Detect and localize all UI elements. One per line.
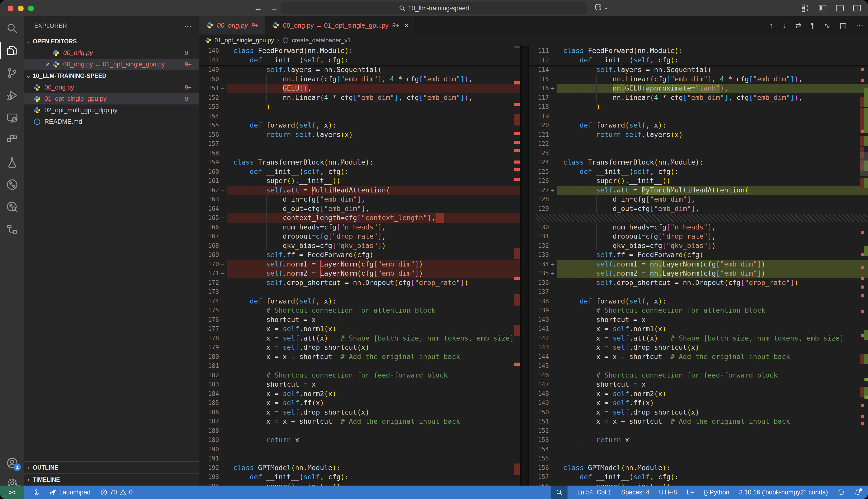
code-row[interactable]: 153 return x <box>529 435 868 445</box>
code-row[interactable]: 130 num_heads=cfg["n_heads"], <box>529 223 868 232</box>
command-center-search[interactable]: 10_llm-training-speed <box>281 2 587 14</box>
line-number[interactable]: 169 <box>199 250 219 260</box>
code-row[interactable]: 140 shortcut = x <box>529 315 868 325</box>
copilot-menu[interactable]: ⌄ <box>594 3 608 12</box>
code-row[interactable]: 179 x = self.drop_shortcut(x) <box>199 343 520 352</box>
line-number[interactable]: 145 <box>529 361 549 371</box>
line-number[interactable]: 150 <box>529 408 549 417</box>
code-row[interactable]: 170− self.norm1 = LayerNorm(cfg["emb_dim… <box>199 260 520 269</box>
line-number[interactable]: 154 <box>199 112 219 121</box>
status-cursor-position[interactable]: Ln 54, Col 1 <box>577 489 611 496</box>
line-number[interactable]: 139 <box>529 306 549 315</box>
line-number[interactable]: 184 <box>199 389 219 399</box>
line-number[interactable]: 121 <box>529 130 549 139</box>
code-row[interactable]: 161 super().__init__() <box>199 176 520 186</box>
code-row[interactable]: 114 self.layers = nn.Sequential( <box>529 65 868 75</box>
line-number[interactable]: 170 <box>199 260 219 269</box>
line-number[interactable]: 176 <box>199 315 219 325</box>
line-number[interactable]: 194 <box>199 482 219 486</box>
code-row[interactable]: 173 <box>199 287 520 297</box>
line-number[interactable]: 188 <box>199 426 219 436</box>
file-row-00-orig-py[interactable]: 00_orig.py9+ <box>24 47 199 59</box>
status-indentation[interactable]: Spaces: 4 <box>621 489 649 496</box>
code-row[interactable]: 142 x = self.att(x) # Shape [batch_size,… <box>529 334 868 343</box>
code-row[interactable]: 145 <box>529 361 868 371</box>
code-row[interactable]: 188 <box>199 426 520 436</box>
code-row[interactable]: 172 self.drop_shortcut = nn.Dropout(cfg[… <box>199 278 520 288</box>
line-number[interactable]: 164 <box>199 204 219 214</box>
activity-source-control[interactable] <box>0 62 24 84</box>
open-editors-header[interactable]: ⌄ OPEN EDITORS <box>24 36 199 47</box>
activity-remote-explorer[interactable] <box>0 107 24 128</box>
line-number[interactable]: 141 <box>529 324 549 334</box>
line-number[interactable]: 187 <box>199 417 219 426</box>
line-number[interactable]: 181 <box>199 361 219 371</box>
code-row[interactable]: 128 d_in=cfg["emb_dim"], <box>529 195 868 204</box>
line-number[interactable]: 119 <box>529 112 549 121</box>
line-number[interactable]: 140 <box>529 315 549 325</box>
code-row[interactable]: 132 qkv_bias=cfg["qkv_bias"]) <box>529 241 868 251</box>
line-number[interactable]: 179 <box>199 343 219 352</box>
code-row[interactable]: 116+ nn.GELU(approximate="tanh"), <box>529 84 868 93</box>
code-row[interactable]: 152 nn.Linear(4 * cfg["emb_dim"], cfg["e… <box>199 93 520 102</box>
code-row[interactable]: 151 x = x + shortcut # Add the original … <box>529 417 868 426</box>
code-row[interactable]: 181 <box>199 361 520 371</box>
line-number[interactable]: 165 <box>199 213 219 223</box>
code-row[interactable]: 144 x = x + shortcut # Add the original … <box>529 352 868 362</box>
line-number[interactable]: 136 <box>529 278 549 288</box>
code-row[interactable]: 155 def forward(self, x): <box>199 121 520 130</box>
more-actions-icon[interactable]: ⋯ <box>856 21 864 30</box>
swap-diff-sides-icon[interactable]: ⇄ <box>795 21 801 30</box>
line-number[interactable]: 154 <box>529 445 549 454</box>
account-icon[interactable]: 1 <box>0 452 24 474</box>
line-number[interactable]: 158 <box>199 149 219 158</box>
line-number[interactable]: 135 <box>529 269 549 278</box>
code-row[interactable]: 134+ self.norm1 = nn.LayerNorm(cfg["emb_… <box>529 260 868 269</box>
activity-extensions[interactable] <box>0 129 24 150</box>
activity-workflow[interactable] <box>0 219 24 240</box>
pane-divider[interactable] <box>520 46 529 486</box>
line-number[interactable]: 157 <box>529 472 549 482</box>
line-number[interactable]: 128 <box>529 195 549 204</box>
line-number[interactable]: 175 <box>199 306 219 315</box>
code-row[interactable]: 187 x = x + shortcut # Add the original … <box>199 417 520 426</box>
line-number[interactable]: 186 <box>199 408 219 417</box>
line-number[interactable]: 180 <box>199 352 219 362</box>
activity-search[interactable] <box>0 18 24 39</box>
code-row[interactable]: 184 x = self.norm2(x) <box>199 389 520 399</box>
activity-testing[interactable] <box>0 151 24 173</box>
overview-ruler-right[interactable] <box>860 46 868 486</box>
code-row[interactable]: 124 class TransformerBlock(nn.Module): <box>529 158 868 167</box>
line-number[interactable]: 185 <box>199 398 219 408</box>
code-row[interactable]: 191 <box>199 454 520 463</box>
file-row-readme-md[interactable]: README.md <box>24 116 199 127</box>
status-language-mode[interactable]: {} Python <box>703 489 729 496</box>
line-number[interactable]: 171 <box>199 269 219 278</box>
line-number[interactable]: 155 <box>199 121 219 130</box>
code-row[interactable]: 185 x = self.ff(x) <box>199 398 520 408</box>
code-row[interactable]: 158 <box>199 149 520 158</box>
code-row[interactable]: 162− self.att = MultiHeadAttention( <box>199 186 520 195</box>
code-row[interactable]: 159 class TransformerBlock(nn.Module): <box>199 158 520 167</box>
line-number[interactable]: 132 <box>529 241 549 251</box>
code-row[interactable]: 176 shortcut = x <box>199 315 520 325</box>
code-row[interactable]: 166 num_heads=cfg["n_heads"], <box>199 223 520 232</box>
line-number[interactable]: 137 <box>529 287 549 297</box>
code-row[interactable]: 133 self.ff = FeedForward(cfg) <box>529 250 868 260</box>
line-number[interactable]: 112 <box>529 56 549 65</box>
line-number[interactable]: 115 <box>529 75 549 84</box>
scrollbar-thumb[interactable] <box>860 151 868 176</box>
code-row[interactable]: 154 <box>199 112 520 121</box>
code-row[interactable]: 189 return x <box>199 435 520 445</box>
line-number[interactable]: 149 <box>529 398 549 408</box>
line-number[interactable]: 146 <box>199 46 219 56</box>
code-row[interactable]: 150 x = self.drop_shortcut(x) <box>529 408 868 417</box>
ports-item[interactable] <box>33 489 40 496</box>
code-row[interactable]: 158 super().__init__() <box>529 482 868 486</box>
code-row[interactable]: 192 class GPTModel(nn.Module): <box>199 463 520 473</box>
code-row[interactable]: 175 # Shortcut connection for attention … <box>199 306 520 315</box>
line-number[interactable]: 152 <box>529 426 549 436</box>
code-row[interactable]: 190 <box>199 445 520 454</box>
line-number[interactable]: 143 <box>529 343 549 352</box>
timeline-header[interactable]: › TIMELINE <box>24 473 199 486</box>
